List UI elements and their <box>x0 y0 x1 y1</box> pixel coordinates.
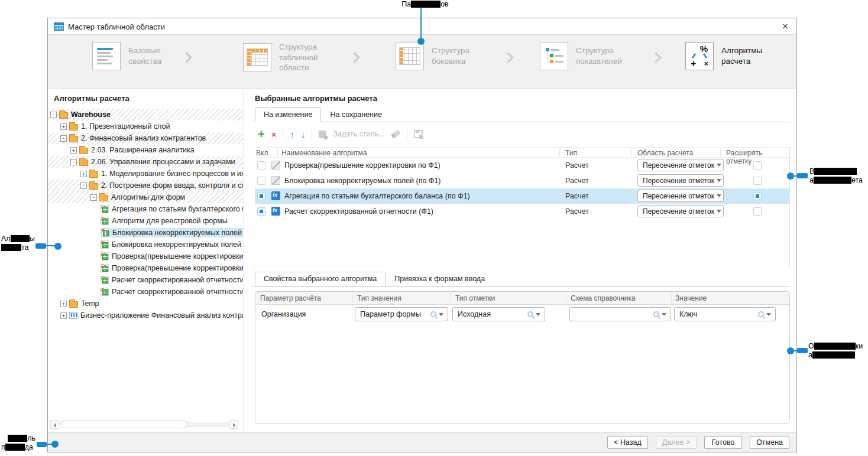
algorithm-row[interactable]: Блокировка некорректируемых полей (по Ф1… <box>255 173 790 188</box>
horizontal-scrollbar[interactable] <box>50 420 238 429</box>
algorithm-disabled-icon <box>271 176 280 185</box>
redaction-box <box>814 343 856 350</box>
search-icon[interactable] <box>758 311 764 317</box>
save-lock-icon[interactable] <box>414 130 423 138</box>
algorithm-icon <box>101 276 109 284</box>
enabled-checkbox[interactable] <box>257 161 265 170</box>
eraser-icon[interactable] <box>391 129 401 138</box>
tree-item[interactable]: Расчет скорректированной отчетности (Ф1) <box>48 274 243 286</box>
tree-item[interactable]: +2.03. Расширенная аналитика <box>48 144 243 156</box>
mark-type-combo[interactable]: Исходная <box>452 307 545 321</box>
algorithm-row[interactable]: Проверка(превышение корректировки по Ф1)… <box>255 158 790 173</box>
enabled-checkbox[interactable] <box>257 192 265 200</box>
search-icon[interactable] <box>527 311 533 317</box>
algorithm-event-tabs: На изменение На сохранение <box>255 108 391 122</box>
algorithm-settings-tabs: Свойства выбранного алгоритма Привязка к… <box>255 272 494 286</box>
tree-item[interactable]: -2.06. Управление процессами и задачами <box>48 156 243 168</box>
algorithm-row-selected[interactable]: Агрегация по статьям бухгалтерского бала… <box>255 188 790 204</box>
tree-item[interactable]: -2. Построение форм ввода, контроля и со… <box>48 180 243 191</box>
tree-item[interactable]: Расчет скорректированной отчетности (Ф2) <box>48 286 243 298</box>
tree-expander[interactable]: - <box>70 159 77 165</box>
tree-expander[interactable]: + <box>60 123 67 130</box>
tree-expander[interactable]: + <box>80 171 87 177</box>
tree-expander[interactable]: - <box>80 183 87 189</box>
tree-item[interactable]: +1. Презентационный слой <box>48 120 243 132</box>
tree-panel-title: Алгоритмы расчета <box>54 94 129 103</box>
tree-item-selected[interactable]: Блокировка некорректируемых полей (по Ф1 <box>48 227 243 239</box>
scroll-left-icon[interactable] <box>50 420 59 429</box>
next-button: Далее > <box>656 436 697 449</box>
calc-area-dropdown[interactable]: Пересечение отметок <box>637 159 724 171</box>
tree-item[interactable]: +1. Моделирование бизнес-процессов и их … <box>48 168 243 180</box>
search-icon[interactable] <box>430 311 436 317</box>
step-calculation-algorithms[interactable]: % + × Алгоритмы расчета <box>685 42 773 70</box>
chevron-right-icon <box>650 52 661 63</box>
algorithms-toolbar: + × ↑ ↓ Задать стиль... <box>258 126 423 142</box>
tree-item[interactable]: Блокировка некорректируемых полей (по Ф2 <box>48 239 243 250</box>
tree-item[interactable]: Агрегация по статьям бухгалтерского бала… <box>48 203 243 215</box>
step-label: Базовые свойства <box>128 45 180 66</box>
tree-expander[interactable]: + <box>70 147 77 154</box>
back-button[interactable]: < Назад <box>607 436 648 449</box>
property-row: Организация Параметр формы Исходная Ключ <box>255 305 789 325</box>
tree-expander[interactable]: + <box>60 312 67 319</box>
scrollbar-thumb[interactable] <box>60 421 187 428</box>
tree-item[interactable]: Проверка(превышение корректировки по Ф2 <box>48 262 243 274</box>
tree-item[interactable]: -Warehouse <box>48 109 243 120</box>
callout-line <box>420 8 422 38</box>
expand-mark-checkbox[interactable] <box>753 192 762 200</box>
tree-item[interactable]: -Алгоритмы для форм <box>48 191 243 203</box>
callout-navigation-panel: ль пда <box>1 434 35 452</box>
algorithm-row[interactable]: Расчет скорректированной отчетности (Ф1)… <box>255 204 790 219</box>
tree-item[interactable]: +Temp <box>48 298 243 310</box>
close-icon[interactable]: × <box>782 21 788 32</box>
chevron-down-icon <box>439 313 443 316</box>
algorithm-icon <box>101 240 109 249</box>
navigation-footer: < Назад Далее > Готово Отмена <box>48 432 796 452</box>
folder-icon <box>89 171 98 178</box>
tree-item[interactable]: Проверка(превышение корректировки по Ф1 <box>48 250 243 262</box>
step-basic-properties[interactable]: Базовые свойства <box>92 42 180 70</box>
set-style-button[interactable]: Задать стиль... <box>333 130 384 138</box>
folder-icon <box>59 112 68 119</box>
tree-expander[interactable]: + <box>60 301 67 307</box>
move-up-icon[interactable]: ↑ <box>290 130 294 139</box>
value-type-combo[interactable]: Параметр формы <box>355 307 448 321</box>
tree-item[interactable]: +Бизнес-приложение Финансовый анализ кон… <box>48 310 243 321</box>
algorithm-icon <box>101 217 109 225</box>
tab-algorithm-properties[interactable]: Свойства выбранного алгоритма <box>255 272 386 286</box>
add-icon[interactable]: + <box>258 128 265 140</box>
tree-expander[interactable]: - <box>90 194 97 201</box>
screen: Мастер табличной области × Базовые свойс… <box>0 0 868 456</box>
scroll-right-icon[interactable] <box>229 420 238 429</box>
callout-settings-area: Оки а <box>808 342 867 360</box>
scrollbar-track[interactable] <box>60 422 229 427</box>
finish-button[interactable]: Готово <box>704 436 742 449</box>
tree-item[interactable]: Алгоритм для реестровой формы <box>48 215 243 227</box>
cancel-button[interactable]: Отмена <box>750 436 789 449</box>
selected-algorithms-title: Выбранные алгоритмы расчета <box>255 94 377 103</box>
tab-input-forms-binding[interactable]: Привязка к формам ввода <box>386 272 494 286</box>
tab-on-save[interactable]: На сохранение <box>321 108 391 122</box>
expand-mark-checkbox[interactable] <box>753 177 762 185</box>
calc-area-dropdown[interactable]: Пересечение отметок <box>637 190 724 202</box>
expand-mark-checkbox[interactable] <box>753 207 762 216</box>
folder-icon <box>99 195 108 201</box>
enabled-checkbox[interactable] <box>257 177 265 185</box>
tree-expander[interactable]: - <box>50 112 57 118</box>
calc-area-dropdown[interactable]: Пересечение отметок <box>637 205 724 217</box>
search-icon[interactable] <box>653 311 659 317</box>
tree-expander[interactable]: - <box>60 135 67 142</box>
step-table-structure[interactable]: Структура табличной области <box>243 42 331 73</box>
move-down-icon[interactable]: ↓ <box>301 130 306 139</box>
calc-area-dropdown[interactable]: Пересечение отметок <box>637 174 724 187</box>
tree-item[interactable]: -2. Финансовый анализ контрагентов <box>48 132 243 144</box>
step-sidehead-structure[interactable]: Структура боковика <box>396 42 484 70</box>
value-combo[interactable]: Ключ <box>674 307 776 321</box>
schema-combo[interactable] <box>569 307 671 321</box>
expand-mark-checkbox[interactable] <box>753 161 762 170</box>
step-indicators-structure[interactable]: Структура показателей <box>540 42 628 70</box>
delete-icon[interactable]: × <box>271 130 277 139</box>
tab-on-change[interactable]: На изменение <box>255 108 321 122</box>
enabled-checkbox[interactable] <box>257 207 265 216</box>
